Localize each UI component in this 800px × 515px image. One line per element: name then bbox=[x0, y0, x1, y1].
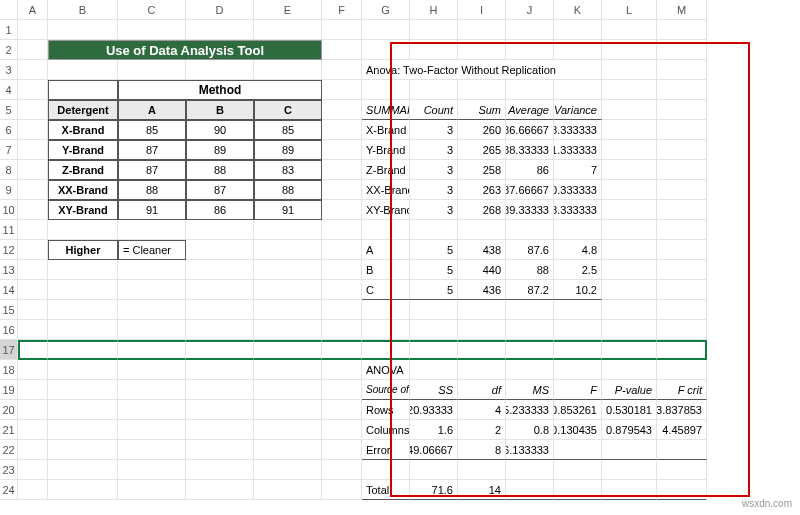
hdr-count: Count bbox=[410, 100, 458, 120]
col-header-A: A bbox=[118, 100, 186, 120]
row-24[interactable]: 24 bbox=[0, 480, 18, 500]
hdr-avg: Average bbox=[506, 100, 554, 120]
row-18[interactable]: 18 bbox=[0, 360, 18, 380]
col-L[interactable]: L bbox=[602, 0, 657, 20]
selected-cell[interactable] bbox=[18, 340, 48, 360]
row-8[interactable]: 8 bbox=[0, 160, 18, 180]
method-header: Method bbox=[118, 80, 322, 100]
val-0-0[interactable]: 85 bbox=[118, 120, 186, 140]
cleaner-label: = Cleaner bbox=[118, 240, 186, 260]
val-0-2[interactable]: 85 bbox=[254, 120, 322, 140]
col-A[interactable]: A bbox=[18, 0, 48, 20]
page-title: Use of Data Analysis Tool bbox=[48, 40, 322, 60]
hdr-var: Variance bbox=[554, 100, 602, 120]
higher-label: Higher bbox=[48, 240, 118, 260]
anova-title: Anova: Two-Factor Without Replication bbox=[362, 60, 602, 80]
col-H[interactable]: H bbox=[410, 0, 458, 20]
val-0-1[interactable]: 90 bbox=[186, 120, 254, 140]
row-14[interactable]: 14 bbox=[0, 280, 18, 300]
col-J[interactable]: J bbox=[506, 0, 554, 20]
summary-label: SUMMARY bbox=[362, 100, 410, 120]
col-header-C: C bbox=[254, 100, 322, 120]
col-F[interactable]: F bbox=[322, 0, 362, 20]
row-4[interactable]: 4 bbox=[0, 80, 18, 100]
row-15[interactable]: 15 bbox=[0, 300, 18, 320]
row-2[interactable]: 2 bbox=[0, 40, 18, 60]
row-20[interactable]: 20 bbox=[0, 400, 18, 420]
row-23[interactable]: 23 bbox=[0, 460, 18, 480]
row-12[interactable]: 12 bbox=[0, 240, 18, 260]
row-9[interactable]: 9 bbox=[0, 180, 18, 200]
col-header-B: B bbox=[186, 100, 254, 120]
col-K[interactable]: K bbox=[554, 0, 602, 20]
col-C[interactable]: C bbox=[118, 0, 186, 20]
row-3[interactable]: 3 bbox=[0, 60, 18, 80]
anova-section-label: ANOVA bbox=[362, 360, 410, 380]
corner-cell[interactable] bbox=[0, 0, 18, 20]
row-17[interactable]: 17 bbox=[0, 340, 18, 360]
row-22[interactable]: 22 bbox=[0, 440, 18, 460]
row-5[interactable]: 5 bbox=[0, 100, 18, 120]
brand-0: X-Brand bbox=[48, 120, 118, 140]
row-1[interactable]: 1 bbox=[0, 20, 18, 40]
col-E[interactable]: E bbox=[254, 0, 322, 20]
hdr-sum: Sum bbox=[458, 100, 506, 120]
row-21[interactable]: 21 bbox=[0, 420, 18, 440]
row-13[interactable]: 13 bbox=[0, 260, 18, 280]
row-6[interactable]: 6 bbox=[0, 120, 18, 140]
col-G[interactable]: G bbox=[362, 0, 410, 20]
detergent-empty bbox=[48, 80, 118, 100]
row-11[interactable]: 11 bbox=[0, 220, 18, 240]
spreadsheet-grid[interactable]: A B C D E F G H I J K L M 1 2 Use of Dat… bbox=[0, 0, 800, 500]
col-I[interactable]: I bbox=[458, 0, 506, 20]
row-19[interactable]: 19 bbox=[0, 380, 18, 400]
row-7[interactable]: 7 bbox=[0, 140, 18, 160]
sum-name-0: X-Brand bbox=[362, 120, 410, 140]
col-M[interactable]: M bbox=[657, 0, 707, 20]
row-10[interactable]: 10 bbox=[0, 200, 18, 220]
detergent-label: Detergent bbox=[48, 100, 118, 120]
col-D[interactable]: D bbox=[186, 0, 254, 20]
col-B[interactable]: B bbox=[48, 0, 118, 20]
row-16[interactable]: 16 bbox=[0, 320, 18, 340]
watermark: wsxdn.com bbox=[742, 498, 792, 509]
